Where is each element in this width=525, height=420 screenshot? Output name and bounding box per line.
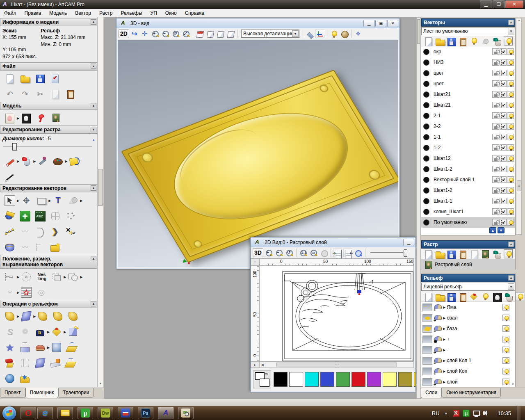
collapse-button[interactable] — [91, 19, 96, 25]
snap-layer-icon[interactable] — [500, 176, 507, 183]
dropdown-arrow-icon[interactable] — [292, 30, 299, 37]
lock-layer-icon[interactable] — [492, 176, 499, 183]
secondary-colour-swatch[interactable] — [260, 379, 269, 387]
snap-layer-icon[interactable] — [500, 48, 507, 55]
snap-layer-icon[interactable] — [500, 70, 507, 76]
scroll-left-arrow[interactable] — [260, 362, 265, 368]
combine-mode-icon[interactable]: + — [434, 368, 442, 375]
brush-slider[interactable] — [3, 142, 94, 151]
relief-visibility-icon[interactable] — [502, 325, 509, 332]
snap-layer-icon[interactable] — [500, 144, 507, 151]
expand-arrow-icon[interactable] — [443, 327, 445, 331]
lock-layer-icon[interactable] — [492, 144, 499, 151]
right-panel-tab[interactable]: Слои — [421, 388, 442, 398]
taskbar-opera-button[interactable]: O — [21, 407, 36, 419]
zoom-previous-icon[interactable]: ↺ — [171, 29, 180, 38]
layer-visibility-icon[interactable] — [507, 59, 514, 66]
relief-visibility-icon[interactable] — [502, 304, 509, 310]
scale-relief-icon[interactable] — [37, 311, 48, 322]
collapse-button[interactable] — [91, 301, 96, 306]
zoom-actual-icon[interactable] — [298, 248, 308, 257]
rotate-view-icon[interactable] — [130, 29, 139, 38]
relief-light-icon[interactable] — [481, 292, 490, 301]
relief-library-icon[interactable] — [35, 326, 46, 337]
new-raster-layer-icon[interactable] — [423, 249, 432, 258]
lock-layer-icon[interactable] — [492, 48, 499, 55]
paste-icon[interactable] — [65, 89, 76, 100]
lock-layer-icon[interactable] — [492, 70, 499, 76]
pan-view-icon[interactable] — [140, 29, 150, 38]
lock-layer-icon[interactable] — [492, 166, 499, 172]
layer-visibility-icon[interactable] — [507, 166, 514, 172]
snap-layer-icon[interactable] — [500, 112, 507, 119]
layer-colour-dot[interactable] — [423, 59, 429, 66]
vector-shapes-icon[interactable] — [481, 37, 489, 45]
restore-button[interactable]: ❐ — [493, 0, 505, 8]
dropdown-arrow-icon[interactable] — [508, 28, 514, 34]
paste-along-curve-icon[interactable] — [65, 211, 76, 221]
taskbar-ie-button[interactable]: e — [37, 407, 53, 419]
save-layer-icon[interactable] — [446, 37, 455, 46]
vector-layer-row[interactable]: цвет — [421, 68, 515, 78]
undo-icon[interactable]: ↶ — [5, 89, 15, 100]
draw-pen-icon[interactable] — [5, 171, 15, 182]
taskbar-utorrent-button[interactable]: µ — [78, 407, 93, 419]
vector-doctor-icon[interactable] — [5, 242, 15, 253]
menu-item[interactable]: Правка — [21, 9, 46, 17]
snap-layer-icon[interactable] — [500, 123, 507, 130]
colour-swatch[interactable] — [289, 372, 303, 387]
copy-icon[interactable] — [50, 89, 61, 100]
layer-colour-dot[interactable] — [423, 187, 429, 194]
canvas-2d[interactable] — [259, 266, 414, 362]
extrude-spin-icon[interactable] — [65, 358, 76, 368]
zoom-fit-icon[interactable]: ⤢ — [181, 29, 191, 38]
delete-relief-icon[interactable] — [504, 292, 513, 301]
relief-scroll-down-icon[interactable] — [511, 383, 514, 386]
view3d-titlebar[interactable]: 3D - вид ▁ ▣ ✕ — [116, 18, 399, 28]
vectors-scrollbar[interactable] — [516, 18, 522, 235]
snap-layer-icon[interactable] — [500, 91, 507, 98]
snap-layer-icon[interactable] — [500, 187, 507, 194]
open-raster-layer-icon[interactable] — [435, 249, 444, 258]
offset-relief-icon[interactable] — [35, 358, 46, 368]
layer-visibility-icon[interactable] — [507, 70, 514, 76]
pick-colour-icon[interactable] — [37, 156, 48, 167]
raster-layer-row[interactable]: Растровый слой — [421, 259, 515, 270]
transform-vectors-icon[interactable] — [21, 195, 32, 206]
zoom-previous-icon[interactable]: ↺ — [284, 248, 294, 257]
layer-colour-dot[interactable] — [423, 70, 429, 76]
tray-expand-icon[interactable] — [445, 411, 448, 415]
colour-swatch[interactable] — [383, 372, 397, 387]
layer-visibility-icon[interactable] — [507, 80, 514, 87]
save-model-icon[interactable] — [35, 73, 46, 84]
colour-swatch[interactable] — [367, 372, 381, 387]
envelope-distort-icon[interactable] — [50, 211, 61, 221]
move-layer-up-button[interactable]: ▲ — [489, 227, 496, 233]
arc-fit-icon[interactable] — [35, 226, 46, 237]
taskbar-viewer-button[interactable] — [178, 407, 194, 419]
view2d-titlebar[interactable]: 2D Вид:0 - Растровый слой ▁ — [251, 237, 415, 247]
open-model-icon[interactable] — [20, 73, 30, 84]
layer-colour-dot[interactable] — [423, 166, 429, 172]
layer-visibility-icon[interactable] — [507, 123, 514, 130]
menu-item[interactable]: Вектор — [71, 9, 95, 17]
layer-visibility-icon[interactable] — [507, 144, 514, 151]
create-text-icon[interactable] — [52, 195, 63, 206]
layer-visibility-icon[interactable] — [507, 155, 514, 162]
minimize-button[interactable]: ▁ — [480, 0, 492, 8]
snap-layer-icon[interactable] — [500, 208, 507, 215]
extrude-icon[interactable] — [35, 342, 46, 353]
relief-visibility-icon[interactable] — [502, 357, 509, 364]
lock-layer-icon[interactable] — [492, 112, 499, 119]
move-layer-down-button[interactable]: ▼ — [498, 227, 504, 233]
zoom-in-icon[interactable]: + — [264, 248, 274, 257]
lock-layer-icon[interactable] — [492, 219, 499, 226]
menu-item[interactable]: УП — [146, 9, 161, 17]
snap-layer-icon[interactable] — [500, 134, 507, 140]
lock-layer-icon[interactable] — [492, 208, 499, 215]
collapse-button[interactable] — [508, 242, 514, 247]
colour-swatch[interactable] — [414, 372, 415, 387]
relief-layer-row[interactable]: + слой Коп 1 — [421, 355, 515, 366]
layer-colour-dot[interactable] — [423, 123, 429, 130]
greyscale-icon[interactable] — [469, 249, 478, 258]
